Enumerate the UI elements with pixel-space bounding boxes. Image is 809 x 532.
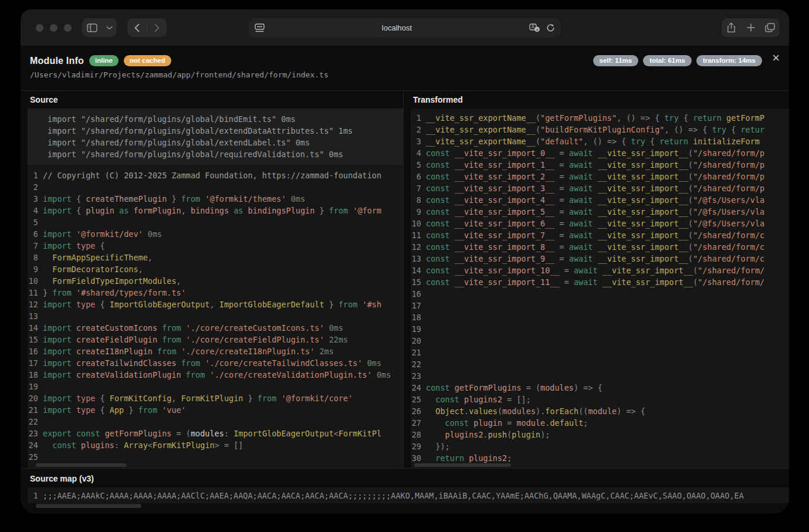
zoom-window-button[interactable]: [64, 24, 72, 32]
source-pane: Source import "/shared/form/plugins/glob…: [21, 91, 404, 468]
dep-line: import "/shared/form/plugins/global/exte…: [48, 125, 403, 137]
code-line: 8 FormAppSpecificTheme,: [28, 252, 403, 263]
code-line: 21import type { App } from 'vue': [28, 404, 403, 416]
transformed-code-area[interactable]: 1__vite_ssr_exportName__("getFormPlugins…: [411, 109, 789, 468]
not-cached-badge: not cached: [124, 55, 171, 66]
share-icon: [727, 22, 736, 33]
code-line: 25: [28, 451, 403, 463]
code-line: 1// Copyright (C) 2012-2025 Zammad Found…: [28, 170, 403, 181]
source-pane-title: Source: [21, 91, 403, 109]
sourcemap-section: Source map (v3) 1 ;;;AAEA;AAAkC;AAAA;AAA…: [21, 468, 789, 513]
dep-line: import "/shared/form/plugins/global/exte…: [48, 137, 403, 148]
sourcemap-horizontal-scrollbar[interactable]: [36, 504, 141, 508]
code-line: 10 FormFieldTypeImportModules,: [28, 275, 403, 287]
transform-time-badge: transform: 14ms: [696, 55, 762, 66]
code-line: 8const __vite_ssr_import_4__ = await __v…: [411, 194, 789, 206]
tabs-overview-icon: [765, 23, 775, 32]
code-line: 5: [28, 216, 403, 228]
code-line: 13: [28, 310, 403, 322]
code-line: 24 const plugins: Array<FormKitPlugin> =…: [28, 439, 403, 451]
code-line: 17: [411, 300, 789, 311]
reload-icon[interactable]: [546, 23, 555, 32]
code-line: 25 const plugins2 = [];: [411, 394, 789, 405]
nav-group: [127, 18, 167, 37]
sidebar-icon: [87, 23, 97, 32]
transformed-pane-title: Transformed: [404, 91, 789, 109]
transformed-horizontal-scrollbar[interactable]: [414, 463, 511, 467]
code-line: 19: [411, 323, 789, 335]
code-line: 16import createI18nPlugin from './core/c…: [28, 345, 403, 357]
chevron-down-icon: [106, 26, 113, 30]
code-line: 6import '@formkit/dev' 0ms: [28, 228, 403, 240]
url-text[interactable]: localhost: [265, 23, 529, 32]
code-line: 2: [28, 181, 403, 193]
source-code-area[interactable]: import "/shared/form/plugins/global/bind…: [28, 109, 403, 468]
total-time-badge: total: 61ms: [643, 55, 692, 66]
module-info-header: Module Info inline not cached self: 11ms…: [21, 46, 789, 90]
code-line: 5const __vite_ssr_import_1__ = await __v…: [411, 159, 789, 171]
chevron-left-icon: [134, 23, 140, 32]
module-path: /Users/vladimir/Projects/zammad/app/fron…: [30, 70, 780, 79]
code-line: 13const __vite_ssr_import_9__ = await __…: [411, 253, 789, 265]
source-horizontal-scrollbar[interactable]: [36, 463, 127, 467]
close-icon[interactable]: ×: [772, 52, 780, 65]
code-line: 18: [411, 311, 789, 323]
sidebar-group: [82, 18, 117, 37]
code-line: 2__vite_ssr_exportName__("buildFormKitPl…: [411, 124, 789, 135]
address-bar[interactable]: localhost A x: [249, 18, 561, 38]
reader-view-icon[interactable]: [255, 23, 265, 32]
back-button[interactable]: [127, 18, 147, 37]
svg-text:A: A: [532, 25, 535, 30]
dep-line: import "/shared/form/plugins/global/requ…: [48, 148, 403, 160]
code-line: 14import createCustomIcons from './core/…: [28, 322, 403, 334]
code-line: 4import { plugin as formPlugin, bindings…: [28, 205, 403, 216]
browser-window: localhost A x: [21, 9, 789, 514]
close-window-button[interactable]: [36, 24, 43, 32]
code-line: 12import type { ImportGlobEagerOutput, I…: [28, 299, 403, 310]
tab-overview-button[interactable]: [760, 18, 780, 37]
code-line: 1__vite_ssr_exportName__("getFormPlugins…: [411, 112, 789, 124]
browser-toolbar: localhost A x: [21, 9, 789, 46]
sourcemap-code[interactable]: 1 ;;;AAEA;AAAkC;AAAA;AAAA;AAAA;AAClC;AAE…: [28, 487, 789, 503]
new-tab-button[interactable]: [741, 18, 760, 37]
sourcemap-title: Source map (v3): [21, 469, 789, 487]
chevron-right-icon: [154, 23, 160, 32]
inline-badge: inline: [89, 55, 119, 66]
plus-icon: [747, 23, 755, 32]
sourcemap-line-number: 1: [28, 491, 43, 500]
code-line: 29 });: [411, 440, 789, 452]
code-line: 12const __vite_ssr_import_8__ = await __…: [411, 241, 789, 253]
code-line: 23export const getFormPlugins = (modules…: [28, 428, 403, 439]
code-line: 14const __vite_ssr_import_10__ = await _…: [411, 265, 789, 276]
code-line: 9 FormDecoratorIcons,: [28, 263, 403, 275]
code-line: 15import createFieldPlugin from './core/…: [28, 334, 403, 345]
code-line: 23: [411, 370, 789, 382]
code-line: 11const __vite_ssr_import_7__ = await __…: [411, 229, 789, 241]
code-line: 24const getFormPlugins = (modules) => {: [411, 382, 789, 394]
code-line: 16: [411, 288, 789, 300]
translate-icon[interactable]: A x: [529, 23, 540, 32]
code-line: 19: [28, 381, 403, 392]
forward-button[interactable]: [147, 18, 167, 37]
code-line: 7const __vite_ssr_import_3__ = await __v…: [411, 182, 789, 194]
sidebar-menu-button[interactable]: [101, 18, 117, 37]
sidebar-toggle-button[interactable]: [82, 18, 101, 37]
share-button[interactable]: [722, 18, 741, 37]
code-line: 27 const plugin = module.default;: [411, 417, 789, 429]
code-line: 4const __vite_ssr_import_0__ = await __v…: [411, 147, 789, 159]
code-line: 21: [411, 347, 789, 358]
code-line: 28 plugins2.push(plugin);: [411, 429, 789, 440]
toolbar-right-group: [722, 18, 780, 37]
code-line: 20import type { FormKitConfig, FormKitPl…: [28, 392, 403, 404]
source-import-timings: import "/shared/form/plugins/global/bind…: [28, 109, 403, 165]
code-line: 3import { createThemePlugin } from '@for…: [28, 193, 403, 205]
dep-line: import "/shared/form/plugins/global/bind…: [48, 113, 403, 125]
code-line: 11} from '#shared/types/form.ts': [28, 287, 403, 299]
code-panes: Source import "/shared/form/plugins/glob…: [21, 90, 789, 468]
page-title: Module Info: [30, 56, 84, 66]
code-line: 3__vite_ssr_exportName__("default", () =…: [411, 135, 789, 147]
transformed-code: 1__vite_ssr_exportName__("getFormPlugins…: [411, 109, 789, 464]
code-line: 20: [411, 335, 789, 347]
minimize-window-button[interactable]: [50, 24, 57, 32]
code-line: 17import createTailwindClasses from './c…: [28, 357, 403, 369]
